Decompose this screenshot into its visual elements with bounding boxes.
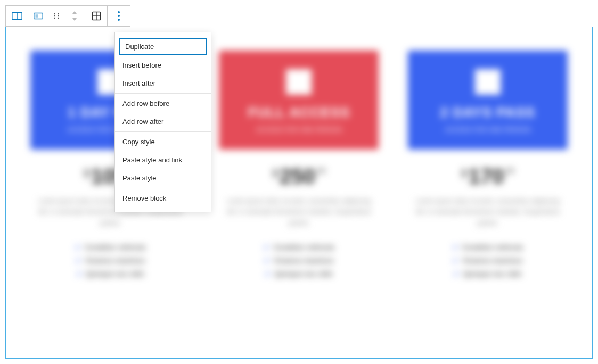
more-options-button[interactable] xyxy=(108,6,130,26)
feature-item: Vivamus maximus xyxy=(453,257,523,264)
block-toolbar xyxy=(5,5,130,27)
svg-rect-3 xyxy=(36,14,38,18)
card-title: 2 DAYS PASS xyxy=(413,104,562,121)
menu-separator xyxy=(115,131,211,132)
pricing-card: 2 DAYS PASS ACCESS FOR ONE PERSON $ 170 … xyxy=(408,51,568,283)
card-features: Curabitur vehicula Vivamus maximus Quisq… xyxy=(453,238,523,283)
pricing-card: FULL ACCESS ACCESS FOR ONE PERSON $ 250 … xyxy=(219,51,379,283)
menu-item-paste-style-link[interactable]: Paste style and link xyxy=(115,151,211,169)
svg-point-8 xyxy=(58,15,59,17)
feature-item: Quisque nec nibh xyxy=(264,270,334,278)
menu-item-insert-after[interactable]: Insert after xyxy=(115,75,211,92)
card-description: Lorem ipsum dolor sit amet, consectetur … xyxy=(219,196,379,228)
move-arrows-icon xyxy=(71,11,78,21)
feature-item: Curabitur vehicula xyxy=(75,243,145,251)
card-subtitle: ACCESS FOR ONE PERSON xyxy=(413,126,562,134)
drag-handle-button[interactable] xyxy=(47,6,65,26)
svg-point-14 xyxy=(118,15,120,17)
svg-point-6 xyxy=(54,18,55,19)
card-subtitle: ACCESS FOR ONE PERSON xyxy=(224,126,373,134)
svg-point-15 xyxy=(118,19,120,21)
card-features: Curabitur vehicula Vivamus maximus Quisq… xyxy=(75,238,145,283)
menu-item-duplicate[interactable]: Duplicate xyxy=(119,38,207,55)
toolbar-group xyxy=(28,6,85,26)
feature-item: Quisque nec nibh xyxy=(453,270,523,278)
block-options-menu: Duplicate Insert before Insert after Add… xyxy=(114,32,211,212)
card-header: 2 DAYS PASS ACCESS FOR ONE PERSON xyxy=(408,51,568,150)
feature-item: Curabitur vehicula xyxy=(453,243,523,251)
menu-separator xyxy=(115,93,211,94)
menu-item-insert-before[interactable]: Insert before xyxy=(115,56,211,74)
container-block-button[interactable] xyxy=(29,6,47,26)
more-options-icon xyxy=(117,11,120,21)
editor-canvas: 1 DAY PASS ACCESS FOR ONE PERSON $ 105 9… xyxy=(0,0,598,364)
drag-handle-icon xyxy=(52,12,61,20)
feature-item: Curabitur vehicula xyxy=(264,243,334,251)
card-features: Curabitur vehicula Vivamus maximus Quisq… xyxy=(264,238,334,283)
card-header: FULL ACCESS ACCESS FOR ONE PERSON xyxy=(219,51,379,150)
feature-item: Quisque nec nibh xyxy=(75,270,145,278)
menu-item-add-row-after[interactable]: Add row after xyxy=(115,113,211,130)
menu-item-copy-style[interactable]: Copy style xyxy=(115,133,211,151)
menu-separator xyxy=(115,188,211,188)
menu-item-remove-block[interactable]: Remove block xyxy=(115,189,211,207)
change-layout-button[interactable] xyxy=(85,6,108,26)
card-price: $ 250 99 xyxy=(272,164,326,188)
svg-rect-2 xyxy=(34,13,43,19)
card-title: FULL ACCESS xyxy=(224,104,373,121)
svg-point-9 xyxy=(58,18,59,19)
svg-point-4 xyxy=(54,13,55,15)
svg-point-13 xyxy=(118,11,120,13)
columns-icon xyxy=(11,10,23,22)
feature-item: Vivamus maximus xyxy=(264,257,334,264)
menu-item-add-row-before[interactable]: Add row before xyxy=(115,95,211,112)
svg-point-5 xyxy=(54,15,55,17)
svg-point-7 xyxy=(58,13,59,15)
container-icon xyxy=(32,10,44,22)
bookmark-icon xyxy=(286,69,312,95)
feature-item: Vivamus maximus xyxy=(75,257,145,264)
columns-block-button[interactable] xyxy=(6,6,28,26)
pricing-row: 1 DAY PASS ACCESS FOR ONE PERSON $ 105 9… xyxy=(5,29,593,304)
menu-item-paste-style[interactable]: Paste style xyxy=(115,169,211,187)
grid-layout-icon xyxy=(91,11,102,21)
move-up-down-button[interactable] xyxy=(65,6,84,26)
card-description: Lorem ipsum dolor sit amet, consectetur … xyxy=(408,196,568,228)
card-price: $ 170 99 xyxy=(461,164,514,188)
tag-icon xyxy=(475,69,501,95)
